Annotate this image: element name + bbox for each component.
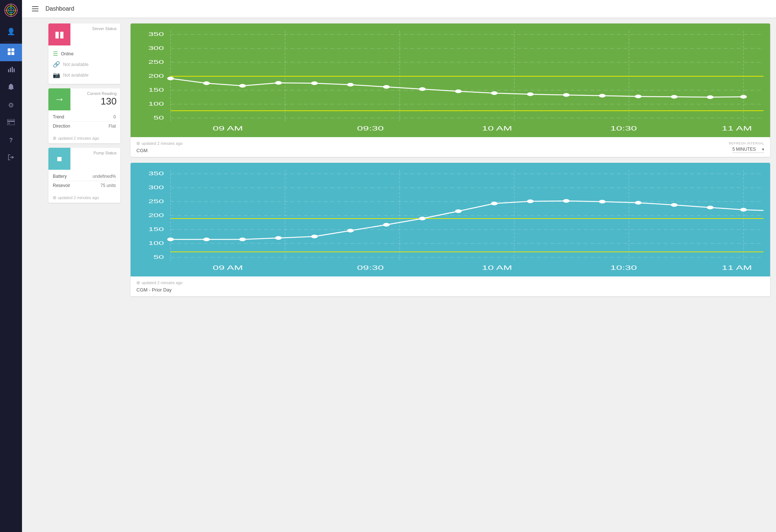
svg-point-104 <box>599 200 605 203</box>
reading-card-value: 130 <box>74 96 117 107</box>
clock-icon-cgm-prior: ◍ <box>136 280 140 285</box>
svg-rect-11 <box>12 67 13 72</box>
reading-updated: updated 2 minutes ago <box>58 136 99 140</box>
svg-text:10 AM: 10 AM <box>482 265 512 271</box>
page-title: Dashboard <box>45 5 74 12</box>
server-status-camera: 📷 Not available <box>53 70 116 80</box>
svg-rect-10 <box>10 68 11 72</box>
svg-point-92 <box>167 238 174 241</box>
svg-point-52 <box>311 81 318 85</box>
svg-rect-7 <box>8 52 11 55</box>
svg-point-100 <box>455 209 462 213</box>
dashboard-icon <box>7 48 15 57</box>
cgm-title: CGM <box>136 148 183 153</box>
svg-rect-16 <box>8 123 10 124</box>
svg-point-49 <box>203 81 210 85</box>
sidebar-divider <box>2 42 20 42</box>
svg-text:10 AM: 10 AM <box>482 125 512 132</box>
svg-point-105 <box>635 201 641 205</box>
cgm-chart-area: 350 300 250 200 150 100 50 09 AM 09:30 1… <box>131 23 770 137</box>
svg-text:09:30: 09:30 <box>357 125 384 132</box>
trend-value: 0 <box>113 114 116 120</box>
pump-card-footer: ◍ updated 2 minutes ago <box>48 193 120 203</box>
svg-point-97 <box>347 229 354 232</box>
svg-rect-18 <box>32 6 39 7</box>
svg-text:300: 300 <box>148 184 164 190</box>
sidebar-item-notifications[interactable] <box>0 79 22 96</box>
clock-icon-pump: ◍ <box>53 195 56 200</box>
sidebar-item-dashboard[interactable] <box>0 44 22 61</box>
arrow-icon: → <box>54 93 65 105</box>
pump-icon-block: ■ <box>48 148 70 170</box>
online-icon: ☰ <box>53 50 58 57</box>
server-card-title-area: Server Status <box>70 23 120 45</box>
svg-point-60 <box>599 94 605 98</box>
svg-text:200: 200 <box>148 212 164 218</box>
cgm-updated: ◍ updated 2 minutes ago <box>136 141 183 146</box>
svg-point-93 <box>203 238 210 241</box>
svg-rect-19 <box>32 8 39 9</box>
direction-value: Flat <box>109 124 116 129</box>
reading-card-title-area: Current Reading 130 <box>70 88 120 110</box>
cgm-prior-title: CGM - Prior Day <box>136 287 183 293</box>
svg-point-94 <box>239 238 246 241</box>
refresh-label: REFRESH INTERVAL <box>729 142 764 145</box>
svg-point-103 <box>563 199 570 203</box>
pump-updated: updated 2 minutes ago <box>58 195 99 200</box>
link-icon: 🔗 <box>53 61 60 68</box>
menu-button[interactable] <box>29 3 41 15</box>
svg-point-54 <box>383 85 390 89</box>
sidebar-item-settings[interactable]: ⚙ <box>0 96 22 114</box>
left-panel: ▮▮ Server Status ☰ Online 🔗 Not availabl… <box>44 18 125 532</box>
svg-text:11 AM: 11 AM <box>722 265 752 271</box>
svg-text:100: 100 <box>148 101 164 107</box>
svg-point-61 <box>635 95 641 98</box>
battery-row: Battery undefined% <box>53 173 116 180</box>
sidebar-item-charts[interactable] <box>0 61 22 79</box>
user-icon: 👤 <box>7 27 15 36</box>
svg-rect-15 <box>7 121 15 122</box>
app-logo <box>4 4 18 17</box>
svg-rect-6 <box>11 48 14 51</box>
svg-rect-13 <box>10 89 12 90</box>
svg-point-53 <box>347 83 354 87</box>
svg-text:350: 350 <box>148 31 164 37</box>
sidebar: 👤 ⚙ <box>0 0 22 532</box>
sidebar-item-help[interactable]: ? <box>0 132 22 149</box>
svg-point-64 <box>740 95 747 99</box>
card-divider-2 <box>53 181 116 181</box>
svg-point-98 <box>383 223 390 227</box>
server-status-card: ▮▮ Server Status ☰ Online 🔗 Not availabl… <box>48 23 120 84</box>
svg-text:50: 50 <box>154 115 164 121</box>
svg-point-106 <box>671 203 677 207</box>
svg-text:10:30: 10:30 <box>610 265 637 271</box>
bell-icon <box>8 83 14 92</box>
main-container: ▮▮ Server Status ☰ Online 🔗 Not availabl… <box>44 18 776 532</box>
server-icon: ▮▮ <box>55 29 64 40</box>
refresh-select[interactable]: 1 MINUTE 5 MINUTES 10 MINUTES 30 MINUTES <box>732 146 764 153</box>
sidebar-item-user[interactable]: 👤 <box>0 23 22 40</box>
svg-point-48 <box>167 77 174 80</box>
trend-label: Trend <box>53 114 64 120</box>
svg-rect-14 <box>7 119 15 125</box>
cgm-prior-chart-area: 350 300 250 200 150 100 50 09 AM 09:30 1… <box>131 163 770 276</box>
svg-text:09:30: 09:30 <box>357 265 384 271</box>
cgm-updated-text: updated 2 minutes ago <box>142 141 183 146</box>
sidebar-item-card[interactable] <box>0 114 22 132</box>
sidebar-item-logout[interactable] <box>0 149 22 167</box>
clock-icon-reading: ◍ <box>53 136 56 140</box>
refresh-select-wrap[interactable]: 1 MINUTE 5 MINUTES 10 MINUTES 30 MINUTES <box>732 146 764 153</box>
svg-text:10:30: 10:30 <box>610 125 637 132</box>
card-divider-1 <box>53 121 116 122</box>
svg-text:50: 50 <box>154 254 164 260</box>
svg-text:09 AM: 09 AM <box>213 125 243 132</box>
direction-row: Direction Flat <box>53 122 116 130</box>
cgm-prior-chart-footer: ◍ updated 2 minutes ago CGM - Prior Day <box>131 276 770 296</box>
camera-icon: 📷 <box>53 71 60 78</box>
svg-point-63 <box>707 95 713 99</box>
server-card-subtitle: Server Status <box>74 26 117 31</box>
svg-text:250: 250 <box>148 198 164 204</box>
svg-point-59 <box>563 93 570 97</box>
svg-point-62 <box>671 95 677 99</box>
svg-text:150: 150 <box>148 87 164 93</box>
